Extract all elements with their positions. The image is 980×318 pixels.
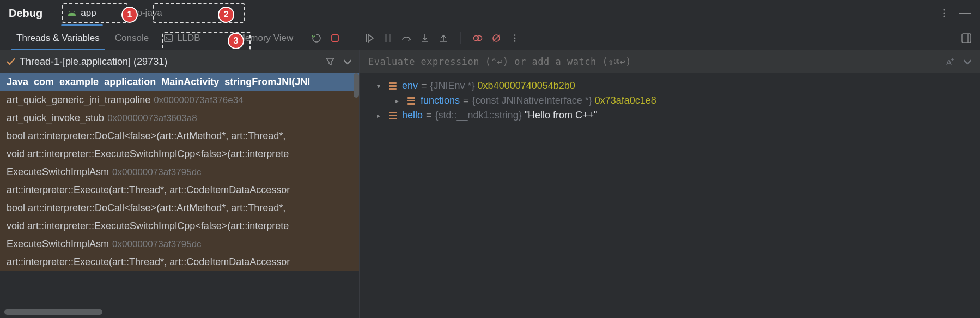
expander-down-icon[interactable]: ▾ — [377, 82, 385, 90]
thread-dropdown-icon[interactable] — [343, 57, 352, 67]
add-watch-icon[interactable] — [945, 57, 955, 67]
main-split: Thread-1-[ple.application] (29731) Java_… — [0, 50, 980, 318]
terminal-icon — [164, 34, 173, 42]
stack-frame[interactable]: art::interpreter::Execute(art::Thread*, … — [0, 181, 359, 199]
debug-header: Debug app app-java — [0, 0, 980, 26]
evaluate-bar — [360, 50, 980, 73]
variable-row[interactable]: ▸ functions = {const JNINativeInterface … — [367, 93, 972, 108]
subtab-memory-view[interactable]: Memory View — [230, 26, 301, 50]
subtab-threads-variables[interactable]: Threads & Variables — [9, 26, 107, 50]
svg-point-1 — [73, 14, 74, 14]
runtab-app-java[interactable]: app-java — [115, 3, 174, 23]
stack-frame[interactable]: art_quick_generic_jni_trampoline 0x00000… — [0, 91, 359, 109]
toolbar-separator — [460, 32, 461, 44]
debug-title: Debug — [9, 7, 42, 20]
svg-point-2 — [943, 9, 945, 10]
check-icon — [7, 58, 15, 65]
variable-row[interactable]: ▾ env = {JNIEnv *} 0xb40000740054b2b0 — [367, 79, 972, 93]
thread-bar: Thread-1-[ple.application] (29731) — [0, 50, 359, 73]
variable-icon — [389, 82, 398, 90]
expander-right-icon[interactable]: ▸ — [377, 112, 385, 119]
header-right-controls — [939, 8, 971, 19]
eval-dropdown-icon[interactable] — [963, 57, 972, 67]
toolbar-right — [961, 33, 971, 43]
stack-frame[interactable]: void art::interpreter::ExecuteSwitchImpl… — [0, 217, 359, 235]
stack-frames-list[interactable]: Java_com_example_application_MainActivit… — [0, 73, 359, 318]
mute-breakpoints-icon[interactable] — [491, 33, 501, 43]
stop-icon[interactable] — [330, 33, 340, 43]
rerun-icon[interactable] — [312, 33, 321, 43]
filter-icon[interactable] — [325, 57, 335, 67]
svg-point-14 — [514, 34, 516, 36]
svg-point-16 — [514, 40, 516, 42]
svg-point-3 — [943, 12, 945, 14]
runtab-app-java-label: app-java — [127, 8, 162, 19]
variable-icon — [407, 97, 416, 105]
stack-frame[interactable]: art::interpreter::Execute(art::Thread*, … — [0, 253, 359, 271]
svg-rect-8 — [385, 34, 387, 42]
svg-rect-9 — [389, 34, 391, 42]
svg-rect-17 — [962, 34, 971, 43]
toolbar-more-icon[interactable] — [510, 33, 520, 43]
svg-rect-7 — [366, 34, 367, 42]
stack-frame[interactable]: ExecuteSwitchImplAsm 0x00000073af3795dc — [0, 163, 359, 181]
toolbar-separator — [352, 32, 352, 44]
android-icon — [68, 10, 76, 16]
variables-pane: ▾ env = {JNIEnv *} 0xb40000740054b2b0 ▸ … — [360, 50, 980, 318]
variables-tree[interactable]: ▾ env = {JNIEnv *} 0xb40000740054b2b0 ▸ … — [360, 73, 980, 318]
step-out-icon[interactable] — [439, 33, 448, 43]
thread-title[interactable]: Thread-1-[ple.application] (29731) — [20, 56, 167, 68]
variable-row[interactable]: ▸ hello = {std::__ndk1::string} "Hello f… — [367, 108, 972, 123]
svg-point-15 — [514, 38, 516, 39]
debug-toolbar: Threads & Variables Console LLDB Memory … — [0, 26, 980, 50]
horizontal-scrollbar[interactable] — [4, 309, 102, 315]
threads-pane: Thread-1-[ple.application] (29731) Java_… — [0, 50, 360, 318]
stack-frame[interactable]: void art::interpreter::ExecuteSwitchImpl… — [0, 145, 359, 163]
pause-icon[interactable] — [383, 33, 393, 43]
expander-right-icon[interactable]: ▸ — [395, 97, 403, 105]
vertical-scrollbar[interactable] — [354, 73, 359, 98]
evaluate-input[interactable] — [367, 56, 938, 68]
view-breakpoints-icon[interactable] — [473, 33, 483, 43]
layout-settings-icon[interactable] — [961, 33, 971, 43]
resume-icon[interactable] — [364, 33, 374, 43]
subtab-lldb[interactable]: LLDB — [156, 26, 208, 50]
subtab-console[interactable]: Console — [107, 26, 156, 50]
stack-frame[interactable]: ExecuteSwitchImplAsm 0x00000073af3795dc — [0, 235, 359, 253]
step-over-icon[interactable] — [401, 33, 411, 43]
debug-action-icons — [312, 32, 520, 44]
svg-rect-6 — [332, 35, 338, 41]
runtab-app[interactable]: app — [56, 3, 108, 23]
svg-point-11 — [477, 36, 482, 41]
more-icon[interactable] — [939, 8, 949, 19]
runtab-app-label: app — [81, 8, 96, 19]
stack-frame[interactable]: bool art::interpreter::DoCall<false>(art… — [0, 199, 359, 217]
variable-icon — [389, 112, 398, 119]
step-into-icon[interactable] — [420, 33, 430, 43]
svg-point-0 — [70, 14, 71, 14]
svg-point-4 — [943, 15, 945, 17]
stack-frame[interactable]: Java_com_example_application_MainActivit… — [0, 73, 359, 91]
stack-frame[interactable]: bool art::interpreter::DoCall<false>(art… — [0, 127, 359, 145]
minimize-icon[interactable] — [959, 13, 971, 14]
stack-frame[interactable]: art_quick_invoke_stub 0x00000073af3603a8 — [0, 109, 359, 127]
svg-rect-5 — [165, 35, 173, 42]
